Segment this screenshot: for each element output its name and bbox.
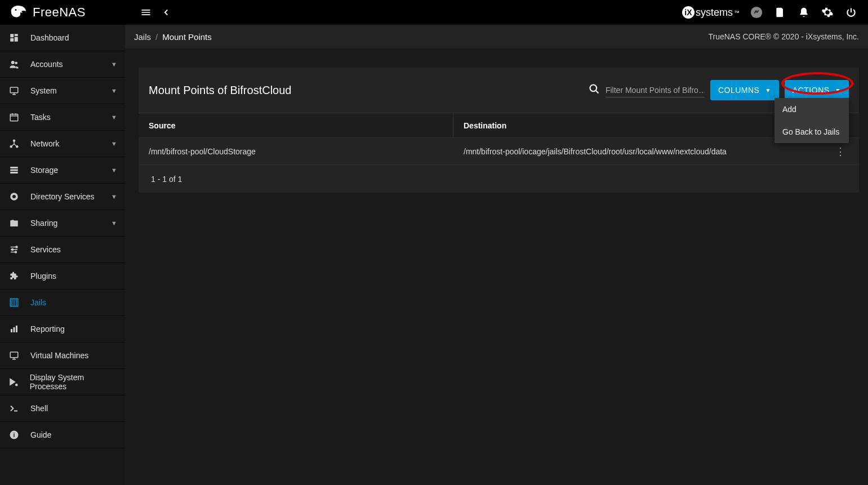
topbar-left-controls — [139, 6, 173, 19]
freenas-icon — [9, 5, 28, 20]
sidebar-item-plugins[interactable]: Plugins — [0, 263, 125, 290]
sidebar-item-sharing[interactable]: Sharing▼ — [0, 210, 125, 237]
sidebar-item-label: Services — [30, 245, 61, 254]
filter-input[interactable] — [606, 83, 705, 97]
table-footer: 1 - 1 of 1 — [139, 164, 859, 193]
svg-point-18 — [12, 249, 14, 251]
chevron-down-icon: ▼ — [111, 220, 117, 226]
svg-point-5 — [11, 61, 15, 64]
accounts-icon — [8, 59, 20, 69]
sidebar-item-label: Network — [30, 139, 59, 148]
truecommand-icon[interactable] — [750, 6, 763, 19]
sidebar-item-tasks[interactable]: Tasks▼ — [0, 104, 125, 131]
sidebar-item-label: Tasks — [30, 113, 51, 122]
top-bar: FreeNAS iX systems™ — [0, 0, 868, 25]
sidebar-item-accounts[interactable]: Accounts▼ — [0, 51, 125, 78]
chevron-down-icon: ▼ — [111, 114, 117, 121]
sidebar-item-label: System — [30, 86, 57, 95]
guide-icon: i — [8, 430, 20, 440]
triangle-down-icon: ▼ — [835, 87, 841, 94]
chevron-down-icon: ▼ — [111, 140, 117, 147]
sidebar-item-directory[interactable]: Directory Services▼ — [0, 184, 125, 210]
mount-points-card: Mount Points of BifrostCloud COLUMNS▼ AC… — [139, 68, 859, 193]
settings-icon[interactable] — [821, 6, 834, 19]
sidebar-item-system[interactable]: System▼ — [0, 78, 125, 104]
svg-point-9 — [13, 140, 16, 143]
svg-rect-24 — [10, 352, 18, 358]
sidebar-item-processes[interactable]: Display System Processes — [0, 369, 125, 395]
copyright-text: TrueNAS CORE® © 2020 - iXsystems, Inc. — [708, 32, 859, 41]
notifications-icon[interactable] — [797, 6, 811, 19]
breadcrumb-root[interactable]: Jails — [134, 32, 151, 42]
sidebar-item-label: Directory Services — [30, 192, 95, 201]
main-content: Jails / Mount Points TrueNAS CORE® © 202… — [125, 25, 868, 485]
sidebar-item-label: Dashboard — [30, 33, 69, 42]
sidebar-item-label: Storage — [30, 166, 58, 175]
power-icon[interactable] — [844, 6, 858, 19]
chevron-down-icon: ▼ — [111, 61, 117, 68]
ix-badge-icon: iX — [682, 6, 695, 19]
svg-point-6 — [15, 62, 18, 65]
sidebar-item-label: Shell — [30, 404, 48, 413]
ixsystems-text: systems — [696, 7, 733, 19]
brand-logo: FreeNAS — [6, 5, 125, 20]
sidebar-item-guide[interactable]: iGuide — [0, 422, 125, 448]
sidebar-item-dashboard[interactable]: Dashboard — [0, 25, 125, 51]
column-header-source[interactable]: Source — [149, 121, 453, 130]
search-icon — [589, 83, 600, 97]
chevron-down-icon: ▼ — [111, 167, 117, 173]
breadcrumb-current: Mount Points — [162, 32, 212, 42]
svg-point-25 — [15, 384, 18, 386]
columns-button-label: COLUMNS — [718, 86, 760, 95]
menu-toggle-icon[interactable] — [139, 6, 153, 19]
network-icon — [8, 139, 20, 149]
sidebar-item-vm[interactable]: Virtual Machines — [0, 342, 125, 369]
vm-icon — [8, 350, 20, 361]
sidebar-item-reporting[interactable]: Reporting — [0, 316, 125, 342]
clipboard-icon[interactable] — [773, 6, 787, 19]
sidebar-item-storage[interactable]: Storage▼ — [0, 157, 125, 184]
card-title: Mount Points of BifrostCloud — [149, 84, 291, 97]
plugins-icon — [8, 271, 20, 281]
sidebar-item-label: Display System Processes — [30, 373, 117, 391]
actions-button[interactable]: ACTIONS▼ — [785, 80, 849, 100]
directory-icon — [8, 192, 20, 202]
pagination-text: 1 - 1 of 1 — [151, 175, 182, 184]
svg-rect-4 — [10, 38, 14, 42]
ixsystems-logo[interactable]: iX systems™ — [682, 6, 740, 19]
sidebar-item-label: Accounts — [30, 60, 63, 69]
shell-icon — [8, 403, 20, 413]
sidebar-item-network[interactable]: Network▼ — [0, 131, 125, 157]
sidebar: Dashboard Accounts▼ System▼ Tasks▼ Netwo… — [0, 25, 125, 485]
tasks-icon — [8, 112, 20, 122]
svg-point-28 — [590, 84, 597, 91]
svg-rect-21 — [11, 329, 12, 332]
back-icon[interactable] — [159, 6, 173, 19]
svg-rect-14 — [10, 172, 18, 173]
dropdown-item-back[interactable]: Go Back to Jails — [774, 121, 849, 143]
sidebar-item-jails[interactable]: Jails — [0, 290, 125, 316]
svg-rect-3 — [15, 37, 18, 42]
svg-point-19 — [15, 251, 17, 253]
sidebar-item-label: Sharing — [30, 219, 57, 228]
sidebar-item-services[interactable]: Services — [0, 237, 125, 263]
brand-name: FreeNAS — [33, 5, 86, 20]
svg-rect-7 — [10, 87, 18, 93]
svg-rect-23 — [16, 326, 17, 332]
table-header: Source Destination — [139, 113, 859, 137]
sidebar-item-label: Virtual Machines — [30, 351, 88, 360]
svg-point-16 — [12, 195, 16, 198]
sidebar-item-label: Reporting — [30, 324, 65, 333]
dropdown-item-add[interactable]: Add — [774, 98, 849, 121]
table-row[interactable]: /mnt/bifrost-pool/CloudStorage /mnt/bifr… — [139, 137, 859, 164]
row-menu-icon[interactable]: ⋮ — [832, 146, 849, 157]
actions-button-label: ACTIONS — [793, 86, 830, 95]
storage-icon — [8, 165, 20, 175]
columns-button[interactable]: COLUMNS▼ — [710, 80, 779, 100]
chevron-down-icon: ▼ — [111, 87, 117, 94]
sidebar-item-label: Jails — [30, 298, 46, 307]
svg-rect-22 — [14, 327, 15, 332]
sidebar-item-shell[interactable]: Shell — [0, 395, 125, 422]
topbar-right-controls: iX systems™ — [682, 6, 862, 19]
cell-destination: /mnt/bifrost-pool/iocage/jails/BifrostCl… — [464, 147, 832, 156]
